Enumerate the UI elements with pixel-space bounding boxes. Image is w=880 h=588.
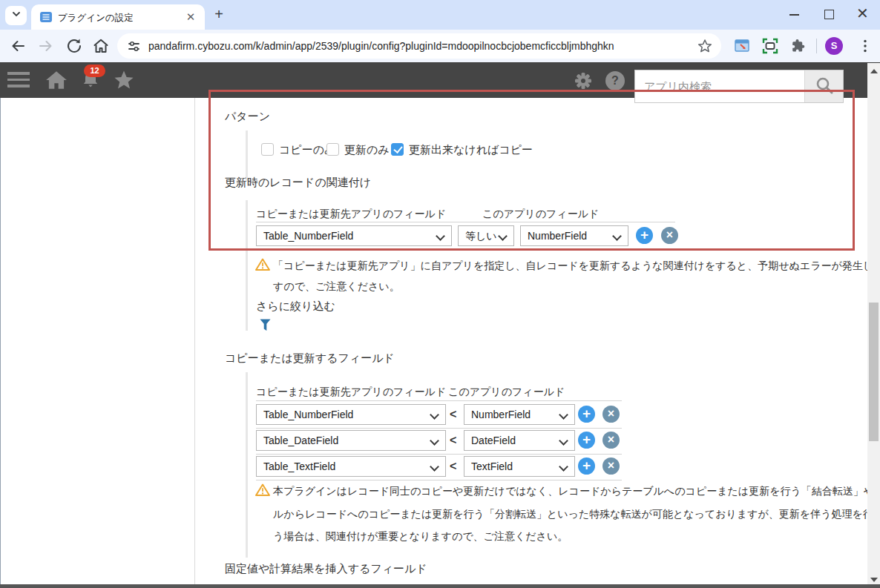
direction-arrow: < <box>450 408 456 421</box>
filter-more-label: さらに絞り込む <box>256 300 335 314</box>
page-scrollbar[interactable] <box>867 63 880 588</box>
bookmark-star-icon[interactable] <box>697 39 712 56</box>
fixed-value-section-title: 固定値や計算結果を挿入するフィールド <box>225 562 427 576</box>
copy-row-dest-select[interactable]: Table_NumberField <box>256 404 446 425</box>
screenshot-extension-icon[interactable] <box>733 37 751 55</box>
copy-fields-col-this: このアプリのフィールド <box>448 386 565 399</box>
window-bottom-edge <box>0 584 880 588</box>
address-bar[interactable]: pandafirm.cybozu.com/k/admin/app/2539/pl… <box>117 33 721 59</box>
association-warning-line1: 「コピーまたは更新先アプリ」に自アプリを指定し、自レコードを更新するような関連付… <box>273 260 880 273</box>
portal-home-icon[interactable] <box>45 70 68 93</box>
tab-plugin-settings[interactable]: プラグインの設定 ✕ <box>31 4 205 30</box>
tab-search-button[interactable] <box>5 6 27 25</box>
copy-row-add-button[interactable] <box>578 457 595 475</box>
capture-extension-icon[interactable] <box>761 37 779 55</box>
window-minimize-icon[interactable] <box>789 14 799 16</box>
copy-row-this-select[interactable]: DateField <box>464 430 575 451</box>
home-icon[interactable] <box>92 37 110 55</box>
copy-row-remove-button[interactable] <box>602 406 620 423</box>
association-warning-line2: すので、ご注意ください。 <box>273 280 400 294</box>
extensions-puzzle-icon[interactable] <box>789 37 807 55</box>
copy-warning-line2: ルからレコードへのコピーまたは更新を行う「分割転送」といった特殊な転送が可能とな… <box>273 508 873 521</box>
copy-warning-line3: う場合は、関連付けが重要となりますので、ご注意ください。 <box>273 530 568 544</box>
notification-count-badge: 12 <box>84 65 105 77</box>
copy-row-this-select[interactable]: NumberField <box>464 404 575 425</box>
tab-strip: プラグインの設定 ✕ + ✕ <box>0 0 880 30</box>
new-tab-button[interactable]: + <box>211 7 227 23</box>
copy-fields-col-dest: コピーまたは更新先アプリのフィールド <box>256 386 446 399</box>
row-divider <box>256 454 622 455</box>
url-text[interactable]: pandafirm.cybozu.com/k/admin/app/2539/pl… <box>148 40 614 52</box>
copy-fields-section-title: コピーまたは更新するフィールド <box>225 351 395 366</box>
copy-fields-header-underline <box>256 400 622 401</box>
copy-row-add-button[interactable] <box>578 406 595 423</box>
copy-row-dest-select[interactable]: Table_DateField <box>256 430 446 451</box>
tab-close-icon[interactable]: ✕ <box>183 10 198 24</box>
toolbar-separator <box>816 39 817 53</box>
favorites-star-icon[interactable] <box>113 70 135 93</box>
window-close-icon[interactable]: ✕ <box>856 4 869 22</box>
copy-fields-indent-bar <box>246 372 248 558</box>
copy-row-remove-button[interactable] <box>602 457 620 475</box>
copy-row-remove-button[interactable] <box>602 432 620 449</box>
copy-row-add-button[interactable] <box>578 432 595 449</box>
tab-title: プラグインの設定 <box>58 12 134 24</box>
chevron-down-icon <box>10 8 22 23</box>
browser-menu-icon[interactable] <box>856 37 874 55</box>
copy-warning-line1: 本プラグインはレコード同士のコピーや更新だけではなく、レコードからテーブルへのコ… <box>273 485 880 498</box>
sidebar-divider <box>194 98 195 584</box>
copy-row-dest-select[interactable]: Table_TextField <box>256 456 446 477</box>
hamburger-menu-icon[interactable] <box>7 72 30 87</box>
reload-icon[interactable] <box>65 37 83 55</box>
help-icon[interactable]: ? <box>605 71 625 90</box>
scrollbar-thumb[interactable] <box>869 303 879 441</box>
profile-avatar[interactable]: S <box>825 37 843 55</box>
row-divider <box>256 428 622 429</box>
row-divider <box>256 480 622 480</box>
warning-icon <box>255 258 270 274</box>
copy-row-this-select[interactable]: TextField <box>464 456 575 477</box>
window-maximize-icon[interactable] <box>824 10 834 19</box>
forward-icon[interactable] <box>37 37 55 55</box>
browser-window: プラグインの設定 ✕ + ✕ pandafirm.cybozu.com/k/ad… <box>0 0 880 588</box>
filter-funnel-icon[interactable] <box>260 319 271 334</box>
annotation-highlight-box <box>208 90 855 251</box>
scroll-up-icon[interactable] <box>870 69 878 73</box>
direction-arrow: < <box>450 460 456 473</box>
plugin-favicon-icon <box>40 11 52 23</box>
direction-arrow: < <box>450 434 456 447</box>
back-icon[interactable] <box>9 37 27 55</box>
scroll-down-icon[interactable] <box>870 578 878 582</box>
site-settings-icon[interactable] <box>127 39 141 56</box>
warning-icon <box>255 483 270 500</box>
